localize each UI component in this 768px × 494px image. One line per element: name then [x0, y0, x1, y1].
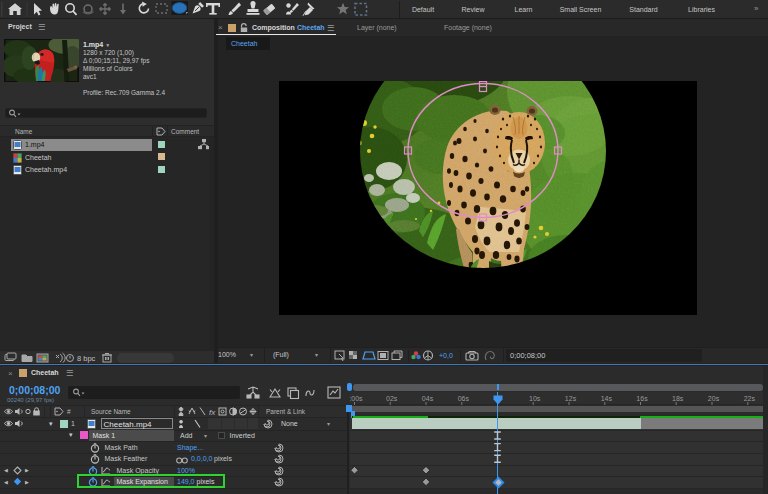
svg-text:8 bpc: 8 bpc: [77, 354, 96, 363]
svg-text:+0,0: +0,0: [439, 352, 453, 359]
svg-text:fx: fx: [209, 408, 216, 417]
